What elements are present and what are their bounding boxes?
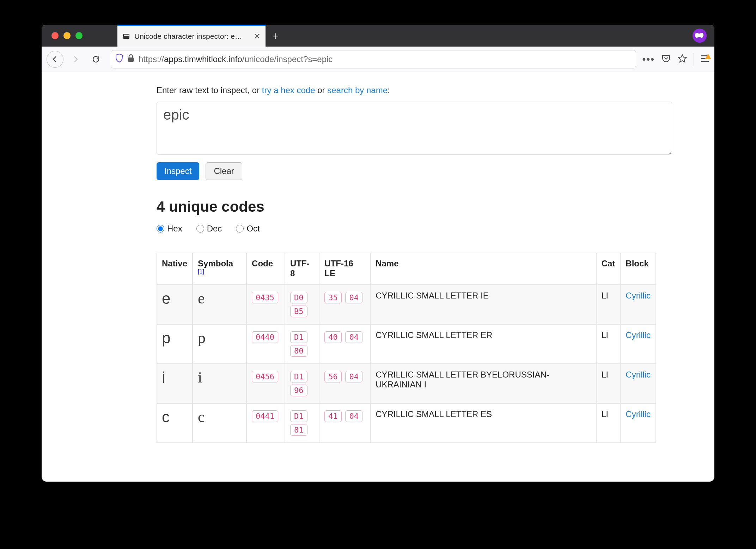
- bookmark-star-icon[interactable]: [677, 54, 687, 65]
- cell-utf8: D0B5: [285, 285, 319, 324]
- cell-block: Cyrillic: [620, 403, 656, 443]
- block-link[interactable]: Cyrillic: [626, 330, 651, 340]
- block-link[interactable]: Cyrillic: [626, 291, 651, 300]
- cell-cat: Ll: [596, 285, 621, 324]
- radix-dec[interactable]: Dec: [196, 224, 222, 234]
- page-actions-icon[interactable]: •••: [642, 54, 655, 65]
- browser-window: Unicode character inspector: e… ✕ ＋ http…: [42, 25, 714, 482]
- back-button[interactable]: [47, 51, 63, 68]
- cell-cat: Ll: [596, 364, 621, 403]
- table-row: сс0441D18141 04CYRILLIC SMALL LETTER ESL…: [157, 403, 656, 443]
- toolbar-right-group: •••: [642, 53, 709, 66]
- cell-utf16: 41 04: [319, 403, 370, 443]
- cell-symbola: і: [193, 364, 246, 403]
- app-menu-button[interactable]: [700, 55, 709, 64]
- cell-code: 0441: [246, 403, 285, 443]
- tab-title: Unicode character inspector: e…: [134, 32, 249, 41]
- cell-cat: Ll: [596, 324, 621, 364]
- cell-utf16: 56 04: [319, 364, 370, 403]
- pocket-icon[interactable]: [661, 54, 671, 65]
- cell-symbola: р: [193, 324, 246, 364]
- radix-hex-label: Hex: [167, 224, 182, 234]
- col-name: Name: [370, 253, 596, 285]
- cell-native: р: [157, 324, 193, 364]
- col-block: Block: [620, 253, 656, 285]
- col-utf8: UTF-8: [285, 253, 319, 285]
- radix-hex[interactable]: Hex: [157, 224, 182, 234]
- intro-mid: or: [315, 85, 328, 95]
- cell-block: Cyrillic: [620, 364, 656, 403]
- url-text[interactable]: https://apps.timwhitlock.info/unicode/in…: [139, 54, 632, 64]
- table-header-row: Native Symbola [1] Code UTF-8 UTF-16 LE …: [157, 253, 656, 285]
- radix-hex-radio[interactable]: [157, 225, 164, 233]
- radix-dec-radio[interactable]: [196, 225, 204, 233]
- address-bar[interactable]: https://apps.timwhitlock.info/unicode/in…: [111, 50, 636, 68]
- window-controls: [42, 25, 117, 47]
- cell-cat: Ll: [596, 403, 621, 443]
- try-hex-link[interactable]: try a hex code: [262, 85, 315, 95]
- tracking-shield-icon[interactable]: [115, 54, 123, 65]
- toolbar-divider: [694, 53, 694, 66]
- tab-favicon-icon: [122, 32, 130, 40]
- block-link[interactable]: Cyrillic: [626, 409, 651, 419]
- radix-dec-label: Dec: [207, 224, 222, 234]
- cell-utf8: D181: [285, 403, 319, 443]
- result-heading: 4 unique codes: [157, 198, 675, 215]
- codes-table: Native Symbola [1] Code UTF-8 UTF-16 LE …: [157, 253, 656, 443]
- private-browsing-icon[interactable]: [693, 29, 707, 43]
- search-name-link[interactable]: search by name: [327, 85, 388, 95]
- menu-warning-icon: [705, 54, 711, 59]
- url-host: apps.timwhitlock.info: [164, 54, 242, 64]
- radix-oct-label: Oct: [246, 224, 260, 234]
- cell-name: CYRILLIC SMALL LETTER IE: [370, 285, 596, 324]
- cell-block: Cyrillic: [620, 285, 656, 324]
- table-row: ее0435D0B535 04CYRILLIC SMALL LETTER IEL…: [157, 285, 656, 324]
- cell-code: 0456: [246, 364, 285, 403]
- reload-button[interactable]: [87, 51, 104, 68]
- col-native: Native: [157, 253, 193, 285]
- cell-name: CYRILLIC SMALL LETTER BYELORUSSIAN-UKRAI…: [370, 364, 596, 403]
- table-row: рр0440D18040 04CYRILLIC SMALL LETTER ERL…: [157, 324, 656, 364]
- close-window-button[interactable]: [51, 32, 59, 39]
- url-scheme: https://: [139, 54, 164, 64]
- radix-selector: Hex Dec Oct: [157, 224, 675, 234]
- inspect-button[interactable]: Inspect: [157, 162, 199, 180]
- navigation-toolbar: https://apps.timwhitlock.info/unicode/in…: [42, 47, 714, 72]
- cell-symbola: с: [193, 403, 246, 443]
- forward-button[interactable]: [67, 51, 84, 68]
- radix-oct-radio[interactable]: [236, 225, 244, 233]
- radix-oct[interactable]: Oct: [236, 224, 260, 234]
- cell-utf8: D196: [285, 364, 319, 403]
- col-utf16: UTF-16 LE: [319, 253, 370, 285]
- cell-block: Cyrillic: [620, 324, 656, 364]
- cell-name: CYRILLIC SMALL LETTER ES: [370, 403, 596, 443]
- cell-utf8: D180: [285, 324, 319, 364]
- inspect-textarea[interactable]: [157, 102, 672, 155]
- cell-name: CYRILLIC SMALL LETTER ER: [370, 324, 596, 364]
- cell-symbola: е: [193, 285, 246, 324]
- tab-close-icon[interactable]: ✕: [254, 31, 261, 41]
- clear-button[interactable]: Clear: [206, 162, 242, 180]
- cell-code: 0440: [246, 324, 285, 364]
- zoom-window-button[interactable]: [75, 32, 83, 39]
- cell-utf16: 35 04: [319, 285, 370, 324]
- new-tab-button[interactable]: ＋: [266, 25, 285, 47]
- cell-code: 0435: [246, 285, 285, 324]
- lock-icon[interactable]: [127, 54, 134, 65]
- cell-native: с: [157, 403, 193, 443]
- intro-text: Enter raw text to inspect, or try a hex …: [157, 85, 675, 95]
- table-row: іі0456D19656 04CYRILLIC SMALL LETTER BYE…: [157, 364, 656, 403]
- intro-suffix: :: [388, 85, 390, 95]
- col-cat: Cat: [596, 253, 621, 285]
- url-path: /unicode/inspect?s=epic: [242, 54, 333, 64]
- cell-utf16: 40 04: [319, 324, 370, 364]
- block-link[interactable]: Cyrillic: [626, 370, 651, 379]
- browser-tab[interactable]: Unicode character inspector: e… ✕: [117, 25, 266, 47]
- intro-prefix: Enter raw text to inspect, or: [157, 85, 262, 95]
- symbola-ref-link[interactable]: [1]: [198, 269, 204, 274]
- col-code: Code: [246, 253, 285, 285]
- tab-strip: Unicode character inspector: e… ✕ ＋: [42, 25, 714, 47]
- svg-rect-1: [124, 35, 129, 36]
- svg-rect-2: [128, 58, 134, 62]
- minimize-window-button[interactable]: [63, 32, 71, 39]
